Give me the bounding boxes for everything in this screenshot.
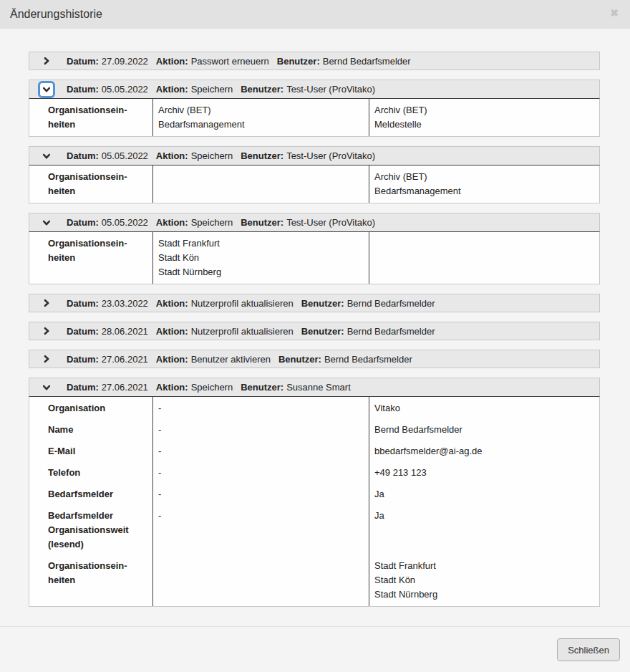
aktion-label: Aktion:: [156, 298, 188, 309]
collapse-entry-button[interactable]: [38, 214, 55, 231]
history-entry-summary: Datum:05.05.2022Aktion:SpeichernBenutzer…: [67, 150, 375, 161]
change-history-modal: Änderungshistorie ✖ Datum:27.09.2022Akti…: [0, 0, 630, 672]
expand-entry-button[interactable]: [38, 322, 55, 340]
chevron-down-icon: [42, 218, 52, 228]
close-button[interactable]: Schließen: [557, 638, 620, 661]
history-entry: Datum:23.03.2022Aktion:Nutzerprofil aktu…: [29, 294, 600, 312]
history-entry: Datum:05.05.2022Aktion:SpeichernBenutzer…: [29, 146, 600, 203]
benutzer-label: Benutzer:: [301, 326, 344, 337]
aktion-value: Speichern: [191, 382, 233, 393]
chevron-right-icon: [42, 354, 52, 364]
field-label: Organisationsein-heiten: [29, 232, 152, 284]
datum-label: Datum:: [67, 56, 99, 67]
new-value: Vitako: [369, 397, 599, 418]
history-entry-summary: Datum:27.09.2022Aktion:Passwort erneuern…: [67, 56, 411, 67]
datum-value: 27.06.2021: [102, 382, 148, 393]
benutzer-label: Benutzer:: [301, 298, 344, 309]
expand-entry-button[interactable]: [38, 52, 55, 69]
datum-value: 28.06.2021: [102, 326, 148, 337]
chevron-right-icon: [42, 326, 52, 336]
field-label: Organisationsein-heiten: [29, 99, 152, 136]
field-label: E-Mail: [29, 440, 152, 461]
benutzer-value: Test-User (ProVitako): [286, 150, 375, 161]
history-entry-header[interactable]: Datum:05.05.2022Aktion:SpeichernBenutzer…: [29, 213, 600, 231]
chevron-down-icon: [42, 383, 52, 393]
history-entry-header[interactable]: Datum:28.06.2021Aktion:Nutzerprofil aktu…: [29, 322, 600, 340]
old-value: -: [152, 440, 369, 461]
history-entry: Datum:28.06.2021Aktion:Nutzerprofil aktu…: [29, 322, 600, 340]
history-entry-header[interactable]: Datum:05.05.2022Aktion:SpeichernBenutzer…: [29, 146, 600, 165]
history-entry-summary: Datum:28.06.2021Aktion:Nutzerprofil aktu…: [67, 326, 435, 337]
datum-value: 05.05.2022: [102, 150, 148, 161]
aktion-value: Speichern: [191, 150, 233, 161]
new-value: Ja: [369, 504, 599, 555]
history-entry-header[interactable]: Datum:27.06.2021Aktion:Benutzer aktivier…: [29, 350, 600, 368]
chevron-right-icon: [42, 298, 52, 308]
benutzer-label: Benutzer:: [241, 382, 284, 393]
history-entry-summary: Datum:27.06.2021Aktion:SpeichernBenutzer…: [67, 382, 351, 393]
aktion-label: Aktion:: [156, 354, 188, 365]
chevron-down-icon: [42, 151, 52, 161]
field-label: Bedarfsmelder: [29, 483, 152, 504]
field-label: Organisation: [29, 397, 152, 418]
modal-title: Änderungshistorie: [10, 8, 102, 21]
aktion-value: Speichern: [191, 84, 233, 95]
modal-header: Änderungshistorie ✖: [0, 0, 630, 29]
history-entry-summary: Datum:23.03.2022Aktion:Nutzerprofil aktu…: [67, 298, 435, 309]
history-entry: Datum:05.05.2022Aktion:SpeichernBenutzer…: [29, 80, 600, 137]
aktion-label: Aktion:: [156, 56, 188, 67]
benutzer-value: Susanne Smart: [286, 382, 351, 393]
chevron-right-icon: [42, 56, 52, 66]
datum-label: Datum:: [67, 84, 99, 95]
benutzer-value: Bernd Bedarfsmelder: [347, 326, 435, 337]
old-value: Stadt FrankfurtStadt KönStadt Nürnberg: [152, 232, 369, 284]
datum-label: Datum:: [67, 298, 99, 309]
collapse-entry-button[interactable]: [38, 148, 55, 165]
datum-label: Datum:: [67, 382, 99, 393]
history-entry-summary: Datum:27.06.2021Aktion:Benutzer aktivier…: [67, 354, 412, 365]
new-value: bbedarfsmelder@ai-ag.de: [369, 440, 599, 461]
new-value: Archiv (BET)Bedarfsmanagement: [369, 165, 599, 203]
datum-value: 27.09.2022: [102, 56, 148, 67]
history-entry-detail: Organisationsein-heitenArchiv (BET)Bedar…: [29, 165, 600, 203]
aktion-value: Nutzerprofil aktualisieren: [191, 326, 294, 337]
history-entry-header[interactable]: Datum:27.06.2021Aktion:SpeichernBenutzer…: [29, 378, 600, 396]
history-entry: Datum:27.09.2022Aktion:Passwort erneuern…: [29, 52, 600, 70]
old-value: -: [152, 397, 369, 418]
history-entry-header[interactable]: Datum:27.09.2022Aktion:Passwort erneuern…: [29, 52, 600, 70]
new-value: Ja: [369, 483, 599, 504]
benutzer-label: Benutzer:: [241, 150, 284, 161]
new-value: Bernd Bedarfsmelder: [369, 418, 599, 440]
datum-label: Datum:: [67, 217, 99, 228]
datum-label: Datum:: [67, 354, 99, 365]
expand-entry-button[interactable]: [38, 350, 55, 368]
aktion-value: Passwort erneuern: [191, 56, 269, 67]
aktion-value: Speichern: [191, 217, 233, 228]
collapse-entry-button[interactable]: [38, 379, 55, 396]
datum-label: Datum:: [67, 326, 99, 337]
datum-value: 05.05.2022: [102, 217, 148, 228]
history-entry-summary: Datum:05.05.2022Aktion:SpeichernBenutzer…: [67, 217, 375, 228]
history-entry-detail: Organisationsein-heitenStadt FrankfurtSt…: [29, 231, 600, 284]
datum-value: 27.06.2021: [102, 354, 148, 365]
history-entry-detail: Organisationsein-heitenArchiv (BET)Bedar…: [29, 98, 600, 137]
benutzer-label: Benutzer:: [278, 354, 321, 365]
history-entry-header[interactable]: Datum:23.03.2022Aktion:Nutzerprofil aktu…: [29, 294, 600, 312]
new-value: +49 213 123: [369, 461, 599, 483]
modal-footer: Schließen: [0, 626, 630, 672]
close-icon[interactable]: ✖: [607, 6, 621, 19]
aktion-label: Aktion:: [156, 326, 188, 337]
history-list: Datum:27.09.2022Aktion:Passwort erneuern…: [29, 52, 600, 607]
datum-value: 23.03.2022: [102, 298, 148, 309]
field-label: Organisationsein-heiten: [29, 555, 152, 606]
history-entry-header[interactable]: Datum:05.05.2022Aktion:SpeichernBenutzer…: [29, 80, 600, 98]
aktion-label: Aktion:: [156, 84, 188, 95]
old-value: -: [152, 483, 369, 504]
aktion-label: Aktion:: [156, 217, 188, 228]
expand-entry-button[interactable]: [38, 294, 55, 312]
old-value: Archiv (BET)Bedarfsmanagement: [152, 99, 369, 136]
field-label: Organisationsein-heiten: [29, 165, 152, 203]
modal-body: Datum:27.09.2022Aktion:Passwort erneuern…: [0, 29, 630, 626]
benutzer-value: Test-User (ProVitako): [286, 217, 375, 228]
collapse-entry-button[interactable]: [38, 81, 55, 98]
